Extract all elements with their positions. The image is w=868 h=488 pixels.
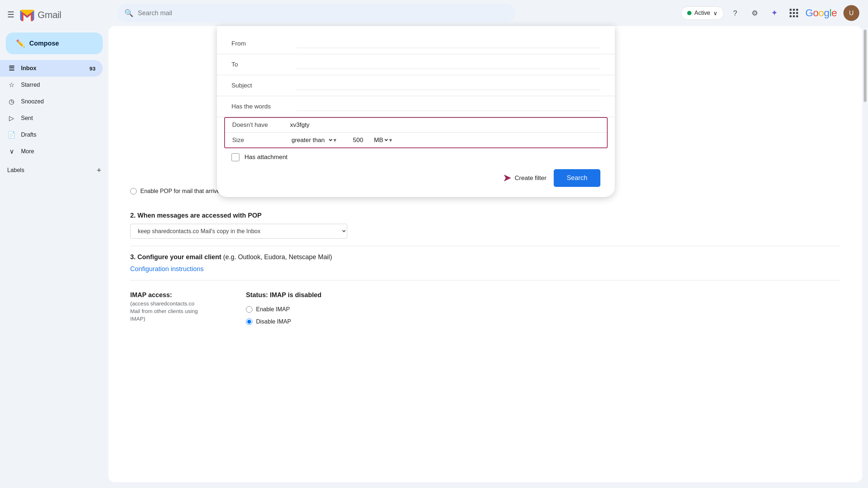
imap-desc3: IMAP) — [130, 316, 231, 322]
gemini-button[interactable]: ✦ — [766, 5, 782, 21]
topbar-right: Active ∨ ? ⚙ ✦ Google — [681, 5, 859, 21]
doesnt-have-input[interactable] — [290, 121, 600, 129]
help-icon: ? — [733, 9, 737, 17]
size-comparator-select[interactable]: greater than less than — [290, 136, 333, 144]
search-icon: 🔍 — [124, 9, 133, 17]
size-unit-arrow: ▾ — [389, 137, 392, 144]
disable-imap-radio[interactable] — [246, 318, 252, 325]
disable-imap-label: Disable IMAP — [256, 318, 291, 325]
size-value-input[interactable] — [344, 137, 373, 144]
step3-section: 3. Configure your email client (e.g. Out… — [130, 246, 841, 281]
more-chevron-icon: ∨ — [7, 147, 16, 155]
subject-row: Subject — [217, 75, 615, 96]
gmail-logo: Gmail — [20, 7, 61, 22]
drafts-icon: 📄 — [7, 131, 16, 139]
to-row: To — [217, 54, 615, 75]
doesnt-have-inner: Doesn't have — [225, 118, 607, 133]
sidebar-item-inbox[interactable]: ☰ Inbox 93 — [0, 60, 103, 77]
compose-icon: ✏️ — [16, 39, 25, 48]
status-chevron-icon: ∨ — [713, 10, 718, 17]
has-words-input[interactable] — [297, 102, 600, 111]
to-input[interactable] — [297, 60, 600, 69]
from-row: From — [217, 33, 615, 54]
compose-button[interactable]: ✏️ Compose — [6, 33, 103, 54]
help-button[interactable]: ? — [727, 5, 743, 21]
scrollbar-thumb[interactable] — [864, 30, 867, 102]
enable-imap-radio[interactable] — [246, 306, 252, 313]
step3-title: 3. Configure your email client (e.g. Out… — [130, 253, 841, 261]
has-attachment-row: Has attachment — [217, 148, 615, 166]
arrow-right-icon: ➤ — [503, 172, 511, 184]
topbar: 🔍 Active ∨ ? ⚙ ✦ — [109, 0, 868, 26]
search-dropdown: From To Subject Has the words Doesn't ha… — [217, 26, 615, 197]
from-label: From — [231, 40, 297, 47]
sent-label: Sent — [21, 115, 95, 121]
size-label: Size — [232, 137, 290, 144]
step3-bold: 3. Configure your email client — [130, 253, 221, 261]
to-label: To — [231, 61, 297, 68]
sidebar: ☰ Gmail ✏️ Compose ☰ Inbox 93 — [0, 0, 109, 488]
snoozed-label: Snoozed — [21, 98, 95, 105]
inbox-count: 93 — [89, 65, 95, 72]
has-attachment-label: Has attachment — [244, 154, 288, 161]
enable-imap-row: Enable IMAP — [246, 303, 841, 316]
settings-content: Enable POP for mail that arrives from no… — [130, 178, 841, 328]
search-input[interactable] — [138, 9, 508, 17]
status-button[interactable]: Active ∨ — [681, 7, 724, 20]
apps-grid-icon — [790, 9, 798, 17]
step2-dropdown[interactable]: keep sharedcontacts.co Mail's copy in th… — [130, 224, 347, 239]
drafts-label: Drafts — [21, 132, 95, 138]
search-actions: ➤ Create filter Search — [217, 166, 615, 187]
step3-subtitle: (e.g. Outlook, Eudora, Netscape Mail) — [223, 253, 332, 261]
right-scrollbar — [862, 26, 868, 488]
active-status-dot — [687, 11, 692, 15]
search-bar: 🔍 — [117, 4, 515, 22]
size-comparator-arrow: ▾ — [333, 137, 336, 144]
imap-desc2: Mail from other clients using — [130, 308, 231, 314]
doesnt-have-label: Doesn't have — [232, 121, 290, 129]
from-input[interactable] — [297, 39, 600, 48]
settings-button[interactable]: ⚙ — [747, 5, 763, 21]
sidebar-item-more[interactable]: ∨ More — [0, 143, 103, 160]
has-attachment-checkbox[interactable] — [231, 153, 239, 161]
imap-status-column: Status: IMAP is disabled Enable IMAP Dis… — [246, 291, 841, 328]
sidebar-item-sent[interactable]: ▷ Sent — [0, 110, 103, 127]
inbox-icon: ☰ — [7, 64, 16, 72]
imap-label: IMAP access: — [130, 291, 231, 299]
main-content: 🔍 Active ∨ ? ⚙ ✦ — [109, 0, 868, 488]
sidebar-item-starred[interactable]: ☆ Starred — [0, 77, 103, 93]
size-unit-select[interactable]: MB KB GB — [373, 136, 389, 144]
imap-desc1: (access sharedcontacts.co — [130, 300, 231, 307]
subject-input[interactable] — [297, 81, 600, 90]
inbox-label: Inbox — [21, 65, 84, 72]
imap-status-title: Status: IMAP is disabled — [246, 291, 841, 299]
avatar[interactable]: U — [843, 5, 859, 21]
gmail-m-icon — [20, 7, 35, 22]
search-submit-button[interactable]: Search — [554, 169, 600, 187]
configuration-instructions-link[interactable]: Configuration instructions — [130, 265, 204, 273]
imap-section: IMAP access: (access sharedcontacts.co M… — [130, 291, 841, 328]
enable-imap-label: Enable IMAP — [256, 306, 290, 313]
snoozed-icon: ◷ — [7, 98, 16, 106]
labels-section: Labels + — [0, 160, 109, 178]
sidebar-item-snoozed[interactable]: ◷ Snoozed — [0, 93, 103, 110]
gmail-logo-text: Gmail — [38, 9, 61, 21]
google-logo-text: Google — [805, 7, 837, 19]
starred-label: Starred — [21, 82, 95, 88]
create-filter-button[interactable]: ➤ Create filter — [503, 172, 546, 184]
doesnt-have-size-box: Doesn't have Size greater than less than… — [224, 117, 608, 148]
has-words-label: Has the words — [231, 103, 297, 110]
pop-option1-radio[interactable] — [130, 188, 137, 194]
subject-label: Subject — [231, 82, 297, 89]
step2-section: 2. When messages are accessed with POP k… — [130, 205, 841, 246]
create-filter-label: Create filter — [515, 175, 546, 182]
add-label-button[interactable]: + — [97, 166, 101, 175]
has-words-row: Has the words — [217, 96, 615, 117]
hamburger-icon[interactable]: ☰ — [7, 10, 14, 20]
more-label: More — [21, 148, 95, 155]
sidebar-item-drafts[interactable]: 📄 Drafts — [0, 127, 103, 143]
compose-label: Compose — [29, 40, 59, 47]
sidebar-header: ☰ Gmail — [0, 4, 109, 30]
size-inner: Size greater than less than ▾ MB KB GB ▾ — [225, 133, 607, 147]
apps-button[interactable] — [786, 5, 802, 21]
